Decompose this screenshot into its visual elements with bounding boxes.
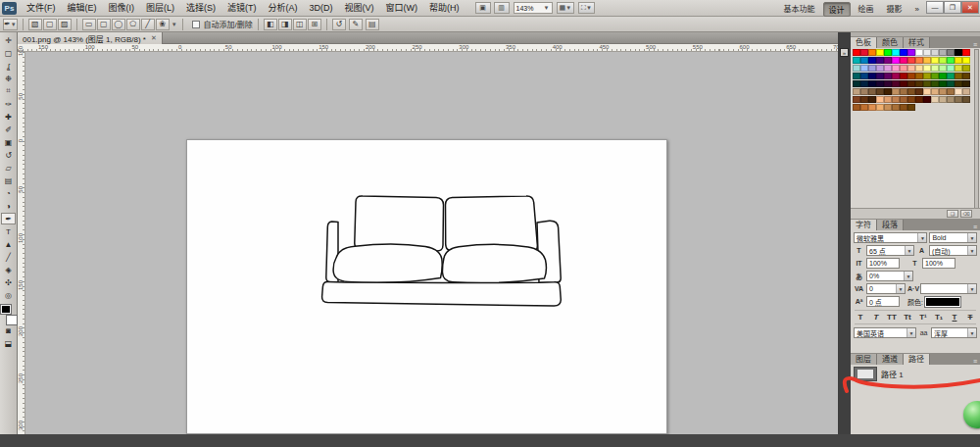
color-swatch[interactable] xyxy=(900,80,907,87)
color-swatch[interactable] xyxy=(947,65,955,72)
color-swatch[interactable] xyxy=(860,88,868,95)
small-caps-button[interactable]: Tt xyxy=(902,313,913,322)
color-swatch[interactable] xyxy=(939,88,947,95)
lasso-tool[interactable]: ʆ xyxy=(1,60,16,72)
color-swatch[interactable] xyxy=(907,96,915,103)
color-swatch[interactable] xyxy=(931,65,939,72)
color-swatch[interactable] xyxy=(884,65,892,72)
color-swatch[interactable] xyxy=(915,65,923,72)
shape-layers-icon[interactable]: ▧ xyxy=(28,19,42,30)
history-icon[interactable]: ↺ xyxy=(332,19,346,30)
color-swatch[interactable] xyxy=(947,96,955,103)
color-swatch[interactable] xyxy=(860,104,868,111)
color-swatch[interactable] xyxy=(931,88,939,95)
strikethrough-button[interactable]: T xyxy=(964,313,976,322)
color-swatch[interactable] xyxy=(923,80,931,87)
font-family-select[interactable]: 微软雅黑 ▼ xyxy=(854,232,927,243)
color-swatch[interactable] xyxy=(853,49,860,56)
color-swatch[interactable] xyxy=(923,73,931,79)
language-select[interactable]: 美国英语 ▼ xyxy=(854,327,916,338)
color-swatch[interactable] xyxy=(892,88,900,95)
color-swatch[interactable] xyxy=(860,49,868,56)
color-swatch[interactable] xyxy=(853,73,860,79)
color-swatch[interactable] xyxy=(962,65,970,72)
color-swatch[interactable] xyxy=(884,73,892,79)
ellipse-tool-icon[interactable]: ◯ xyxy=(112,19,125,30)
eraser-tool[interactable]: ▱ xyxy=(1,162,16,174)
color-swatch[interactable] xyxy=(900,65,907,72)
color-swatch[interactable] xyxy=(860,96,868,103)
menu-item-分析[interactable]: 分析(A) xyxy=(263,0,304,16)
color-swatch[interactable] xyxy=(853,88,860,95)
kerning-select[interactable]: ▼ xyxy=(920,283,977,294)
color-swatch[interactable] xyxy=(900,57,907,64)
3d-rotate-tool[interactable]: ◈ xyxy=(1,264,16,275)
color-swatch[interactable] xyxy=(923,65,931,72)
color-swatch[interactable] xyxy=(868,88,876,95)
tracking-select[interactable]: 0 ▼ xyxy=(866,283,906,294)
color-swatch[interactable] xyxy=(939,80,947,87)
subtract-path-area-icon[interactable]: ◨ xyxy=(278,19,292,30)
color-swatch[interactable] xyxy=(900,96,907,103)
color-swatch[interactable] xyxy=(915,88,923,95)
paths-mode-icon[interactable]: ▢ xyxy=(43,19,57,30)
minimize-button[interactable]: — xyxy=(926,1,944,14)
gradient-tool[interactable]: ▤ xyxy=(1,174,16,186)
color-swatch[interactable] xyxy=(868,49,876,56)
foreground-color-swatch[interactable] xyxy=(1,305,11,314)
auto-add-delete-checkbox[interactable] xyxy=(192,21,200,28)
color-swatch[interactable] xyxy=(947,49,955,56)
color-swatch[interactable] xyxy=(876,88,884,95)
color-swatch[interactable] xyxy=(923,49,931,56)
canvas[interactable] xyxy=(186,139,667,434)
tab-图层[interactable]: 图层 xyxy=(851,354,877,365)
quick-selection-tool[interactable]: ❉ xyxy=(1,73,16,84)
panel-menu-icon[interactable]: ≡ xyxy=(970,224,980,230)
color-swatch[interactable] xyxy=(876,104,884,111)
horizontal-scale-input[interactable]: 100% xyxy=(922,258,956,269)
color-swatch[interactable] xyxy=(923,88,931,95)
color-swatch[interactable] xyxy=(853,80,860,87)
workspace-button-基本功能[interactable]: 基本功能 xyxy=(779,2,820,17)
zoom-level-dropdown[interactable]: 143% ▼ xyxy=(514,2,553,14)
view-extras-icon[interactable]: ▥ xyxy=(494,2,510,14)
color-swatch[interactable] xyxy=(907,57,915,64)
color-swatch[interactable] xyxy=(907,73,915,79)
color-swatch[interactable] xyxy=(907,80,915,87)
color-swatch[interactable] xyxy=(923,57,931,64)
color-swatch[interactable] xyxy=(907,49,915,56)
panel-toggle-icon[interactable]: ▤ xyxy=(366,19,379,30)
text-color-swatch[interactable] xyxy=(925,297,960,307)
menu-item-选择[interactable]: 选择(S) xyxy=(180,0,221,16)
eyedropper-tool[interactable]: ✑ xyxy=(1,98,16,110)
color-swatch[interactable] xyxy=(892,73,900,79)
tool-preset-picker[interactable]: ✒ ▼ xyxy=(3,19,18,30)
faux-bold-button[interactable]: T xyxy=(855,313,866,322)
color-swatch[interactable] xyxy=(868,80,876,87)
menu-item-帮助[interactable]: 帮助(H) xyxy=(423,0,466,16)
color-swatch[interactable] xyxy=(860,80,868,87)
color-swatch[interactable] xyxy=(853,104,860,111)
color-swatch[interactable] xyxy=(892,104,900,111)
screen-mode-toggle[interactable]: ⬓ xyxy=(1,337,16,349)
color-swatch[interactable] xyxy=(884,80,892,87)
screen-mode-button[interactable]: ⛶ ▼ xyxy=(578,2,595,14)
color-swatch[interactable] xyxy=(915,73,923,79)
tab-通道[interactable]: 通道 xyxy=(877,354,904,365)
color-swatch[interactable] xyxy=(884,57,892,64)
color-swatch[interactable] xyxy=(939,57,947,64)
color-swatch[interactable] xyxy=(892,96,900,103)
color-swatch[interactable] xyxy=(955,96,962,103)
color-swatch[interactable] xyxy=(931,96,939,103)
color-swatch[interactable] xyxy=(860,73,868,79)
color-swatch[interactable] xyxy=(915,49,923,56)
rounded-rectangle-tool-icon[interactable]: ▢ xyxy=(97,19,111,30)
menu-item-图层[interactable]: 图层(L) xyxy=(140,0,180,16)
tab-字符[interactable]: 字符 xyxy=(851,220,877,230)
color-swatch[interactable] xyxy=(892,65,900,72)
close-button[interactable]: ✕ xyxy=(961,1,979,14)
custom-shape-tool-icon[interactable]: ❀ xyxy=(156,19,170,30)
color-swatch[interactable] xyxy=(915,80,923,87)
color-swatch[interactable] xyxy=(962,96,970,103)
color-swatch[interactable] xyxy=(962,88,970,95)
